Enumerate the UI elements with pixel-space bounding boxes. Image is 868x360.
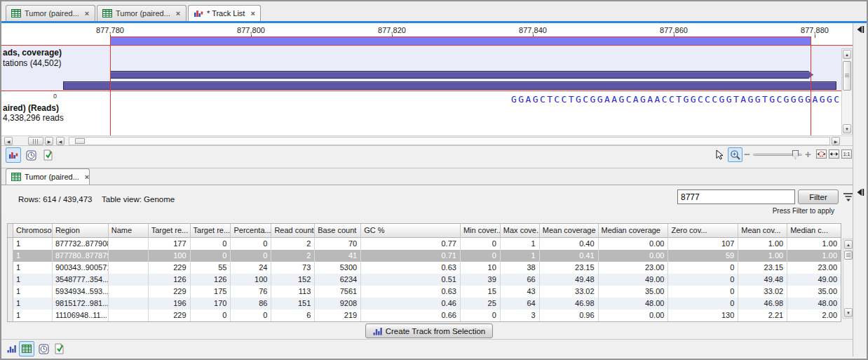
table-row[interactable]: 1900343..90057122955247353000.63103823.1…: [8, 262, 841, 274]
column-header[interactable]: Min cover...: [461, 224, 501, 238]
table-cell: 6234: [315, 274, 361, 286]
history-button[interactable]: [24, 148, 38, 162]
column-header[interactable]: Target re...: [149, 224, 191, 238]
column-header[interactable]: Zero cov...: [668, 224, 738, 238]
grip-lines-icon: [33, 139, 39, 144]
column-header[interactable]: Read count: [271, 224, 315, 238]
filter-input[interactable]: [677, 189, 795, 204]
column-header[interactable]: Mean cov...: [738, 224, 787, 238]
tab-label: Tumor (paired...: [25, 173, 79, 181]
gene-annotation-bar[interactable]: [110, 71, 813, 79]
scroll-down-icon[interactable]: ▼: [844, 308, 853, 317]
table-cell: 25: [461, 298, 501, 309]
bar-chart-icon: [7, 345, 16, 353]
element-info-button[interactable]: [52, 342, 66, 356]
scroll-up-icon[interactable]: ▲: [844, 240, 853, 249]
table-cell: 1: [13, 309, 53, 321]
scrollbar-thumb[interactable]: [75, 138, 85, 144]
table-header-row: Chromoso...RegionNameTarget re...Target …: [8, 224, 841, 238]
table-cell: 0.00: [599, 238, 669, 250]
table-cell: 48.00: [599, 298, 669, 309]
column-header[interactable]: Base count: [315, 224, 361, 238]
table-cell: 0: [191, 238, 231, 250]
element-info-button[interactable]: [41, 148, 55, 162]
column-header[interactable]: Chromoso...: [13, 224, 53, 238]
close-icon[interactable]: ×: [85, 9, 89, 18]
table-row[interactable]: 13548777..354...12612610015262340.513966…: [8, 274, 841, 286]
table-cell: 0: [191, 309, 231, 321]
table-row[interactable]: 1877732..877908177002700.77010.400.00107…: [8, 238, 841, 250]
table-cell: 0: [231, 309, 271, 321]
column-header[interactable]: Region: [53, 224, 109, 238]
tab-track-list[interactable]: * Track List ×: [188, 5, 261, 21]
selection-outline-left: [110, 36, 111, 135]
column-header[interactable]: Median c...: [787, 224, 841, 238]
table-cell: 0: [231, 238, 271, 250]
scrollbar-thumb[interactable]: [844, 251, 853, 260]
scrollbar-track[interactable]: [69, 137, 830, 145]
column-header[interactable]: Percenta...: [231, 224, 271, 238]
history-button[interactable]: [36, 342, 50, 356]
table-cell: 1.00: [738, 238, 787, 250]
top-tab-bar: Tumor (paired... × Tumor (paired... × * …: [1, 1, 867, 21]
table-row[interactable]: 111106948..11...2290062190.66030.960.001…: [8, 309, 841, 321]
row-header-gutter: [8, 262, 13, 274]
table-cell: 9208: [315, 298, 361, 309]
collapse-side-panel-button[interactable]: [856, 25, 865, 34]
scroll-left-icon[interactable]: ◀: [4, 137, 13, 145]
scroll-left-icon[interactable]: ◀: [56, 137, 65, 145]
table-row[interactable]: 1877780..877879100002410.71010.410.00591…: [8, 250, 841, 262]
scroll-down-icon[interactable]: ▼: [843, 124, 851, 133]
tab-tumor-paired-table[interactable]: Tumor (paired... ×: [6, 168, 90, 185]
zoom-slider-thumb[interactable]: [792, 150, 799, 159]
table-cell: 49.00: [599, 274, 669, 286]
table-cell: 1: [13, 298, 53, 309]
scroll-right-icon[interactable]: ▶: [45, 137, 53, 145]
column-header[interactable]: Target re...: [191, 224, 231, 238]
scrollbar-thumb[interactable]: [843, 61, 851, 91]
track-vertical-scrollbar[interactable]: ▲ ▼: [841, 48, 853, 135]
zoom-tool-button[interactable]: [728, 147, 742, 162]
close-icon[interactable]: ×: [176, 9, 180, 18]
filter-button[interactable]: Filter: [798, 189, 839, 204]
ruler-tick-label: 877,880: [801, 26, 829, 34]
track-list-mode-button[interactable]: [6, 147, 21, 163]
transcript-annotation-bar[interactable]: [63, 81, 836, 90]
zoom-one-to-one-button[interactable]: 1:1: [841, 149, 852, 159]
column-header[interactable]: Name: [109, 224, 149, 238]
close-icon[interactable]: ×: [85, 173, 89, 181]
pointer-tool-button[interactable]: [714, 148, 725, 161]
table-icon: [11, 173, 21, 181]
table-cell: [109, 309, 149, 321]
chart-mode-button[interactable]: [5, 342, 18, 355]
table-cell: 1.00: [787, 250, 841, 262]
splitter-grip[interactable]: [28, 137, 43, 145]
column-header[interactable]: Max cove...: [501, 224, 540, 238]
scroll-right-icon[interactable]: ▶: [832, 137, 840, 145]
table-icon: [11, 9, 21, 18]
table-cell: 23.00: [787, 262, 841, 274]
collapse-side-panel-button[interactable]: [856, 187, 865, 196]
table-mode-button[interactable]: [19, 341, 34, 356]
table-cell: 130: [668, 309, 738, 321]
create-track-from-selection-button[interactable]: Create Track from Selection: [365, 324, 493, 338]
table-cell: [109, 298, 149, 309]
zoom-to-selection-button[interactable]: [816, 149, 827, 159]
table-row[interactable]: 15934934..593...2291757611375610.6315433…: [8, 286, 841, 298]
table-cell: 9815172..981...: [53, 298, 109, 309]
application-window: Tumor (paired... × Tumor (paired... × * …: [0, 0, 868, 360]
column-header[interactable]: Mean coverage: [540, 224, 599, 238]
table-cell: 1: [13, 238, 53, 250]
scroll-up-icon[interactable]: ▲: [843, 50, 851, 59]
tab-tumor-paired-2[interactable]: Tumor (paired... ×: [97, 5, 187, 21]
table-cell: 0.63: [361, 286, 461, 298]
column-header[interactable]: GC %: [361, 224, 461, 238]
table-row[interactable]: 19815172..981...1961708615192080.4625644…: [8, 298, 841, 309]
tab-tumor-paired-1[interactable]: Tumor (paired... ×: [6, 5, 95, 21]
zoom-out-minus[interactable]: −: [744, 150, 750, 159]
close-icon[interactable]: ×: [250, 9, 255, 18]
table-cell: 0: [191, 250, 231, 262]
column-header[interactable]: Median coverage: [599, 224, 669, 238]
zoom-in-plus[interactable]: +: [805, 150, 811, 159]
fit-width-button[interactable]: [829, 149, 839, 159]
